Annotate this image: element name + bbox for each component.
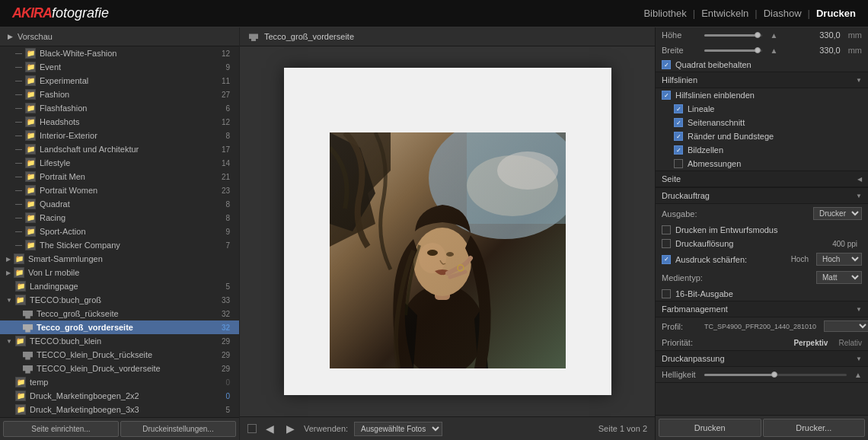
list-item[interactable]: — 📁 Portrait Men 21 [0, 170, 239, 183]
druckauftrag-header[interactable]: Druckauftrag ▼ [656, 188, 868, 204]
hoch-select[interactable]: Hoch [816, 253, 862, 266]
hilfslinien-header[interactable]: Hilfslinien ▼ [656, 72, 868, 88]
nav-sep3: | [808, 8, 810, 19]
profil-select[interactable] [824, 320, 868, 332]
tecco-klein-item[interactable]: ▼ 📁 TECCO:buch_klein 29 [0, 334, 239, 348]
hohe-slider[interactable] [704, 34, 762, 37]
collapse-icon: — [15, 132, 22, 139]
list-item[interactable]: — 📁 Portrait Women 23 [0, 183, 239, 197]
list-item[interactable]: — 📁 Event 9 [0, 60, 239, 74]
folder-icon: 📁 [25, 103, 36, 113]
sidebar-content[interactable]: — 📁 Black-White-Fashion 12 — 📁 Event 9 —… [0, 46, 239, 417]
hohe-arrow-up[interactable]: ▲ [770, 31, 777, 40]
relativ-value[interactable]: Relativ [838, 339, 862, 347]
list-item[interactable]: 📁 Landingpage 5 [0, 279, 239, 293]
breite-slider[interactable] [704, 49, 762, 52]
lineale-checkbox[interactable] [674, 104, 683, 113]
medientyp-select[interactable]: Matt [816, 271, 862, 284]
helligkeit-slider[interactable] [704, 374, 847, 376]
sidebar-collapse-icon[interactable]: ▶ [8, 33, 13, 40]
nav-entwickeln[interactable]: Entwickeln [701, 8, 748, 19]
bit-checkbox[interactable] [662, 289, 671, 298]
next-arrow[interactable]: ▶ [283, 421, 298, 436]
folder-count: 27 [222, 91, 236, 99]
folder-icon: 📁 [15, 336, 26, 346]
folder-count: 23 [222, 187, 236, 195]
list-item[interactable]: — 📁 Lifestyle 14 [0, 156, 239, 170]
tecco-gross-back-item[interactable]: Tecco_groß_rückseite 32 [0, 307, 239, 320]
folder-icon: 📁 [25, 116, 36, 127]
von-lr-mobile-item[interactable]: ▶ 📁 Von Lr mobile [0, 266, 239, 279]
seitenanschnitt-row: Seitenanschnitt [656, 116, 868, 129]
breite-row: Breite ▲ 330,0 mm [656, 43, 868, 58]
sidebar-header: ▶ Vorschau [0, 27, 239, 46]
folder-icon: 📁 [15, 281, 26, 292]
breite-arrow-up[interactable]: ▲ [770, 46, 777, 55]
hoch-value: Hoch [791, 255, 809, 263]
right-panel: Höhe ▲ 330,0 mm Breite ▲ 330,0 mm [655, 27, 868, 440]
folder-icon: 📁 [25, 130, 36, 141]
tecco-gross-item[interactable]: ▼ 📁 TECCO:buch_groß 33 [0, 293, 239, 307]
drucker-button[interactable]: Drucker... [763, 419, 866, 437]
tecco-klein-back-item[interactable]: TECCO_klein_Druck_rückseite 29 [0, 348, 239, 362]
druck-3x3-item[interactable]: 📁 Druck_Marketingboegen_3x3 5 [0, 403, 239, 416]
list-item[interactable]: — 📁 Experimental 11 [0, 74, 239, 88]
entwurf-row: Drucken im Entwurfsmodus [656, 223, 868, 237]
drucken-button[interactable]: Drucken [659, 419, 761, 437]
folder-icon: 📁 [25, 89, 36, 100]
bildzellen-checkbox[interactable] [674, 145, 683, 155]
verwendung-select[interactable]: Ausgewählte Fotos [354, 422, 442, 436]
druckanpassung-header[interactable]: Druckanpassung ▼ [656, 351, 868, 367]
list-item[interactable]: — 📁 Interior-Exterior 8 [0, 129, 239, 142]
list-item[interactable]: — 📁 Landschaft und Architektur 17 [0, 142, 239, 156]
header: AKIRA fotografie Bibliothek | Entwickeln… [0, 0, 868, 27]
prev-arrow[interactable]: ◀ [263, 421, 277, 436]
list-item[interactable]: — 📁 The Sticker Company 7 [0, 238, 239, 252]
hilfslinien-einblenden-checkbox[interactable] [662, 91, 671, 100]
druckeinstellungen-button[interactable]: Druckeinstellungen... [120, 421, 236, 437]
temp-item[interactable]: 📁 temp 0 [0, 375, 239, 389]
nav-diashow[interactable]: Diashow [764, 8, 802, 19]
logo: AKIRA fotografie [12, 5, 109, 21]
list-item[interactable]: — 📁 Fashion 27 [0, 88, 239, 101]
smart-collections-item[interactable]: ▶ 📁 Smart-Sammlungen [0, 252, 239, 266]
footer-checkbox[interactable] [247, 424, 257, 433]
folder-icon: 📁 [14, 253, 24, 264]
profil-label: Profil: [662, 322, 700, 331]
tecco-gross-front-item[interactable]: Tecco_groß_vorderseite 32 [0, 320, 239, 334]
seitenanschnitt-checkbox[interactable] [674, 118, 683, 127]
seite-header[interactable]: Seite ◀ [656, 171, 868, 187]
druckauftrag-title: Druckauftrag [662, 191, 710, 200]
seite-arrow-icon: ◀ [857, 176, 862, 183]
seitenanschnitt-label: Seitenanschnitt [688, 118, 745, 127]
abmessungen-checkbox[interactable] [674, 159, 683, 168]
nav-drucken[interactable]: Drucken [816, 8, 856, 19]
tree-item-label: Von Lr mobile [28, 268, 79, 277]
list-item[interactable]: — 📁 Sport-Action 9 [0, 225, 239, 238]
raender-checkbox[interactable] [674, 132, 683, 141]
helligkeit-arrow[interactable]: ▲ [854, 371, 862, 379]
farbmanagement-header[interactable]: Farbmanagement ▼ [656, 301, 868, 317]
folder-icon: 📁 [25, 240, 36, 250]
list-item[interactable]: — 📁 Black-White-Fashion 12 [0, 46, 239, 60]
list-item[interactable]: — 📁 Racing 8 [0, 211, 239, 225]
entwurf-checkbox[interactable] [662, 225, 671, 234]
seite-einrichten-button[interactable]: Seite einrichten... [3, 421, 119, 437]
list-item[interactable]: — 📁 Flashfashion 6 [0, 101, 239, 115]
bit-row: 16-Bit-Ausgabe [656, 287, 868, 301]
ausgabe-select[interactable]: Drucker [813, 207, 862, 220]
prioritaet-label: Priorität: [662, 338, 700, 347]
list-item[interactable]: — 📁 Quadrat 8 [0, 197, 239, 211]
druck-2x2-item[interactable]: 📁 Druck_Marketingboegen_2x2 0 [0, 389, 239, 403]
druckauflosung-checkbox[interactable] [662, 239, 671, 248]
quadrat-checkbox[interactable] [662, 60, 671, 69]
folder-icon: 📁 [25, 212, 36, 223]
tecco-klein-front-item[interactable]: TECCO_klein_Druck_vorderseite 29 [0, 362, 239, 375]
folder-count: 5 [225, 406, 236, 414]
folder-name: Experimental [40, 76, 88, 85]
nav-bibliothek[interactable]: Bibliothek [643, 8, 686, 19]
verwenden-label: Verwenden: [304, 424, 348, 433]
ausdruck-checkbox[interactable] [662, 255, 671, 264]
list-item[interactable]: — 📁 Headshots 12 [0, 115, 239, 129]
druckanpassung-section: Druckanpassung ▼ Helligkeit ▲ [656, 351, 868, 383]
